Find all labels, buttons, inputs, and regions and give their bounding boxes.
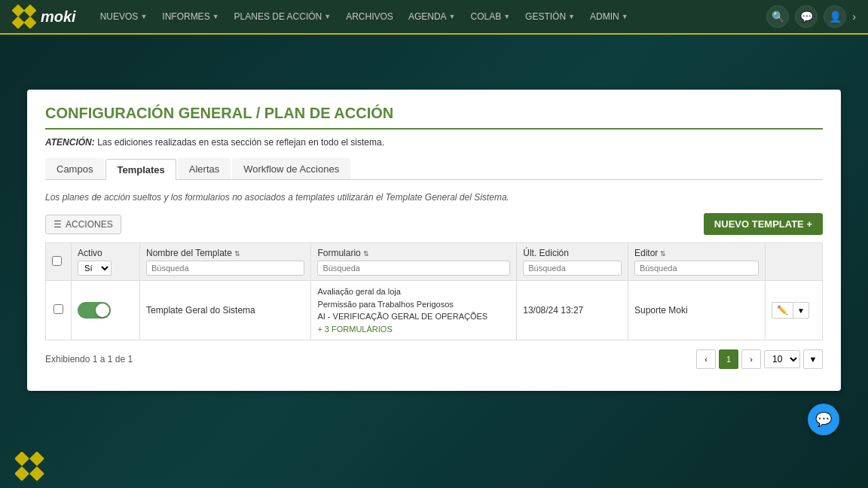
search-icon: 🔍 [772,11,784,23]
chevron-down-icon: ▼ [212,13,219,20]
nav-admin[interactable]: ADMIN ▼ [584,8,634,25]
formulario-search[interactable] [317,261,510,276]
nav-gestion[interactable]: GESTIÓN ▼ [519,8,581,25]
edit-row-button[interactable]: ✏️ [772,302,793,319]
edicion-search[interactable] [523,261,622,276]
table-row: Template Geral do Sistema Avaliação gera… [46,281,823,340]
nav-nuevos[interactable]: NUEVOS ▼ [94,8,154,25]
col-edicion-label: Últ. Edición [523,248,569,258]
toggle-switch[interactable] [78,302,111,319]
activo-filter-select[interactable]: Sí No [78,261,112,276]
tab-templates[interactable]: Templates [105,159,176,180]
col-nombre-label: Nombre del Template [146,248,232,258]
col-header-checkbox [46,243,72,281]
more-formularios[interactable]: + 3 FORMULÁRIOS [317,323,510,336]
page-1-button[interactable]: 1 [719,349,738,369]
logo-text: moki [41,8,76,26]
sort-icon: ⇅ [363,250,369,258]
sort-icon: ⇅ [660,250,666,258]
bottom-area [0,446,868,488]
toggle-knob [96,303,109,317]
row-checkbox-cell [46,281,72,340]
main-wrapper: CONFIGURACIÓN GENERAL / PLAN DE ACCIÓN A… [0,35,868,446]
list-icon: ☰ [53,219,62,230]
tabs-bar: Campos Templates Alertas Workflow de Acc… [45,158,823,180]
svg-rect-2 [12,17,24,29]
new-template-button[interactable]: NUEVO TEMPLATE + [704,213,823,235]
svg-rect-3 [24,17,36,29]
svg-rect-6 [15,466,29,481]
user-icon: 👤 [829,11,842,23]
chat-button[interactable]: 💬 [808,404,839,435]
actions-button[interactable]: ☰ ACCIONES [45,215,121,234]
row-activo-cell [72,281,140,340]
col-activo-label: Activo [78,248,133,258]
search-nav-button[interactable]: 🔍 [766,5,789,28]
user-avatar[interactable]: 👤 [824,5,846,28]
navbar: moki NUEVOS ▼ INFORMES ▼ PLANES DE ACCIÓ… [0,0,868,35]
svg-rect-7 [29,466,44,481]
scroll-right-icon[interactable]: › [852,11,856,23]
col-header-editor: Editor⇅ [628,243,766,281]
svg-rect-0 [12,5,24,17]
tab-alertas[interactable]: Alertas [178,158,231,179]
col-header-activo: Activo Sí No [72,243,140,281]
row-checkbox[interactable] [53,304,63,314]
row-dropdown-button[interactable]: ▼ [793,302,809,319]
col-formulario-label: Formulario [317,248,360,258]
col-header-nombre: Nombre del Template⇅ [140,243,311,281]
col-header-edicion: Últ. Edición [517,243,628,281]
toolbar: ☰ ACCIONES NUEVO TEMPLATE + [45,213,823,235]
row-editor-cell: Suporte Moki [628,281,766,340]
row-nombre-cell: Template Geral do Sistema [140,281,311,340]
pagination-controls: ‹ 1 › 10 25 50 ▼ [696,349,823,369]
content-card: CONFIGURACIÓN GENERAL / PLAN DE ACCIÓN A… [27,90,841,391]
nombre-search[interactable] [146,261,304,276]
pagination: Exhibiendo 1 a 1 de 1 ‹ 1 › 10 25 50 ▼ [45,349,823,369]
col-header-formulario: Formulario⇅ [311,243,517,281]
nav-agenda[interactable]: AGENDA ▼ [402,8,462,25]
page-title: CONFIGURACIÓN GENERAL / PLAN DE ACCIÓN [45,105,823,130]
chevron-down-icon: ▼ [622,13,628,20]
attention-note: ATENCIÓN: Las ediciones realizadas en es… [45,137,823,148]
tab-workflow[interactable]: Workflow de Acciones [232,158,350,179]
col-editor-label: Editor [634,248,658,258]
editor-search[interactable] [634,261,759,276]
row-actions-group: ✏️ ▼ [772,302,816,319]
attention-text: Las ediciones realizadas en esta sección… [97,137,384,148]
nav-colab[interactable]: COLAB ▼ [464,8,516,25]
nav-archivos[interactable]: ARCHIVOS [340,8,399,25]
chevron-down-icon: ▼ [324,13,331,20]
chevron-down-icon: ▼ [449,13,456,20]
chat-nav-button[interactable]: 💬 [795,5,818,28]
next-page-button[interactable]: › [741,349,761,369]
row-edicion-cell: 13/08/24 13:27 [517,281,628,340]
bottom-logo [15,452,45,482]
pagination-info: Exhibiendo 1 a 1 de 1 [45,354,133,364]
logo[interactable]: moki [12,5,76,29]
message-icon: 💬 [800,11,813,23]
chat-icon: 💬 [815,411,832,428]
page-size-select[interactable]: 10 25 50 [764,350,800,368]
chevron-down-icon: ▼ [503,13,510,20]
row-formulario-cell: Avaliação geral da loja Permissão para T… [311,281,517,340]
chevron-down-icon: ▼ [568,13,575,20]
chevron-down-icon: ▼ [140,13,147,20]
page-size-dropdown-button[interactable]: ▼ [803,349,823,369]
logo-icon [12,5,36,29]
svg-rect-4 [15,452,29,466]
nav-informes[interactable]: INFORMES ▼ [156,8,225,25]
sort-icon: ⇅ [234,250,240,258]
svg-rect-5 [29,452,44,466]
tab-campos[interactable]: Campos [45,158,104,179]
tab-note: Los planes de acción sueltos y los formu… [45,192,823,203]
attention-label: ATENCIÓN: [45,137,95,148]
row-actions-cell: ✏️ ▼ [765,281,822,340]
formulario-items: Avaliação geral da loja Permissão para T… [317,285,510,335]
nav-planes-de-accion[interactable]: PLANES DE ACCIÓN ▼ [228,8,338,25]
select-all-checkbox[interactable] [52,256,62,266]
svg-rect-1 [24,5,36,17]
col-header-actions [765,243,822,281]
prev-page-button[interactable]: ‹ [696,349,716,369]
templates-table: Activo Sí No Nombre del Template⇅ [45,242,823,340]
